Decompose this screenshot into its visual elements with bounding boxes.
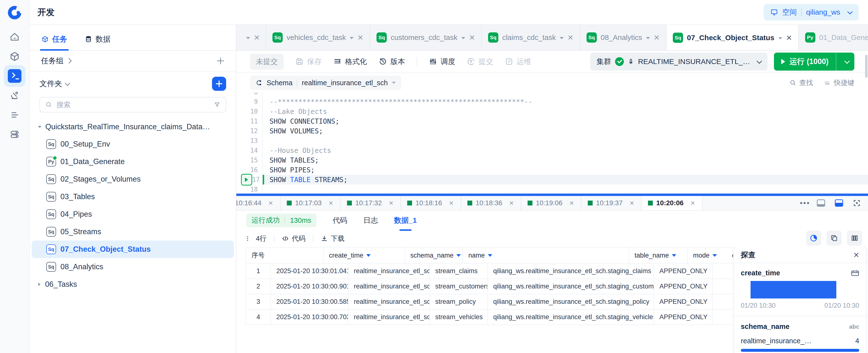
submit-button[interactable]: 提交 [467,57,493,67]
panel-small-layout-icon[interactable] [817,200,825,207]
value-row[interactable]: realtime_insurance_… 4 [741,337,859,345]
close-icon[interactable] [786,35,792,41]
result-tab[interactable]: 数据_1 [394,210,417,231]
editor-tab[interactable]: Sq customers_cdc_task [370,25,482,50]
run-history-item[interactable]: 10:18:36 [461,196,521,210]
copy-button[interactable] [827,231,842,246]
sort-icon[interactable] [672,254,676,257]
editor-tab[interactable]: Sq 08_Analytics [580,25,666,50]
schedule-button[interactable]: 调度 [429,57,455,67]
rail-item-home[interactable] [0,27,29,47]
editor-tab[interactable] [236,25,266,50]
tab-data[interactable]: 数据 [85,34,111,50]
task-group-row[interactable]: 任务组 [30,50,236,72]
rail-item-services[interactable] [0,125,29,144]
rail-item-monitor[interactable] [0,86,29,105]
run-history-item[interactable]: 10:16:44 [236,196,280,210]
close-icon[interactable] [509,201,514,205]
tree-item[interactable]: Sq 00_Setup_Env [32,135,234,153]
schema-selector[interactable]: Schema realtime_insurance_etl_sch [250,76,401,90]
columns-button[interactable] [847,231,862,246]
code-editor[interactable]: 8 9 --*************************** [236,93,868,193]
close-icon[interactable] [469,35,475,40]
result-tab[interactable]: 代码 [333,210,347,231]
close-icon[interactable] [329,201,333,205]
format-button[interactable]: 格式化 [333,57,367,67]
ops-button[interactable]: 运维 [505,57,531,67]
workspace-switcher[interactable]: 空间 qiliang_ws [764,4,859,21]
shortcuts-button[interactable]: 快捷键 [824,78,855,87]
run-history-item[interactable]: 10:19:37 [582,196,642,210]
panel-large-layout-icon[interactable] [835,200,843,207]
version-button[interactable]: 版本 [379,57,405,67]
histogram[interactable] [741,281,859,298]
search-input[interactable] [56,101,210,109]
tree-root-folder[interactable]: Quickstarts_RealTime_Insurance_claims_Da… [32,118,234,135]
run-history-item[interactable]: 10:17:32 [341,196,401,210]
run-options-button[interactable] [836,52,855,71]
tab-menu-caret-icon[interactable] [646,37,650,39]
run-history-item[interactable]: 10:17:03 [280,196,341,210]
close-icon[interactable] [854,252,859,258]
table-header-cell[interactable]: mode [688,248,727,263]
run-history-item[interactable]: 10:18:16 [401,196,461,210]
tree-item[interactable]: Sq 02_Stages_or_Volumes [32,170,234,188]
rail-item-develop[interactable] [0,66,29,86]
download-button[interactable]: 下载 [321,234,345,243]
save-button[interactable]: 保存 [296,57,322,67]
run-history-item[interactable]: 10:19:06 [521,196,582,210]
tab-tasks[interactable]: 任务 [41,34,67,50]
close-icon[interactable] [690,201,695,205]
table-header-cell[interactable]: create_time [323,248,405,263]
table-row[interactable]: 3 2025-01-20 10:30:00.585 realtime_insur… [246,294,734,310]
add-task-group-button[interactable] [216,57,225,65]
app-logo[interactable] [7,5,23,21]
tree-item[interactable]: Sq 07_Check_Object_Status [32,241,234,258]
tab-menu-caret-icon[interactable] [350,37,353,39]
view-code-button[interactable]: 代码 [282,234,306,243]
close-icon[interactable] [268,201,273,205]
more-icon[interactable] [800,202,802,204]
table-row[interactable]: 1 2025-01-20 10:30:01.041 realtime_insur… [246,263,734,279]
sort-icon[interactable] [713,254,717,257]
close-icon[interactable] [358,35,363,40]
table-header-cell[interactable]: 序号 [246,248,323,263]
panel-splitter[interactable] [236,193,868,196]
close-icon[interactable] [654,35,660,40]
add-file-button[interactable] [212,77,226,91]
find-button[interactable]: 查找 [789,78,813,87]
tree-item[interactable]: Sq 05_Streams [32,223,234,241]
editor-tab[interactable]: Py 01_Data_Generate [799,25,868,50]
rail-item-resources[interactable] [0,47,29,66]
close-icon[interactable] [567,35,574,40]
close-icon[interactable] [254,35,260,40]
sort-icon[interactable] [457,254,461,257]
tree-item[interactable]: Py 01_Data_Generate [32,153,234,170]
table-row[interactable]: 4 2025-01-20 10:30:00.703 realtime_insur… [246,310,734,325]
editor-tab[interactable]: Sq 07_Check_Object_Status [666,25,799,50]
table-row[interactable]: 2 2025-01-20 10:30:00.901 realtime_insur… [246,279,734,294]
editor-scrollbar[interactable] [865,55,868,78]
tree-item[interactable]: Sq 08_Analytics [32,258,234,276]
result-tab[interactable]: 日志 [363,210,378,231]
sort-icon[interactable] [488,254,492,257]
tab-menu-caret-icon[interactable] [461,37,465,39]
run-button[interactable]: 运行 (1000) [774,52,836,71]
table-header-cell[interactable]: name [463,248,629,263]
close-icon[interactable] [389,201,393,205]
table-header-cell[interactable]: schema_name [405,248,463,263]
expand-icon[interactable] [853,199,861,207]
rail-item-logs[interactable] [0,105,29,125]
profile-toggle-button[interactable] [806,231,821,246]
close-icon[interactable] [629,201,634,205]
tree-item[interactable]: Sq 04_Pipes [32,206,234,223]
editor-tab[interactable]: Sq vehicles_cdc_task [266,25,370,50]
tree-item[interactable]: 06_Tasks [32,276,234,293]
sort-icon[interactable] [366,254,371,257]
table-header-cell[interactable]: table_name [629,248,688,263]
close-icon[interactable] [569,201,574,205]
tab-menu-caret-icon[interactable] [246,37,250,39]
filter-icon[interactable] [214,102,220,108]
run-history-item[interactable]: 10:20:06 [642,196,703,210]
tree-item[interactable]: Sq 03_Tables [32,188,234,206]
